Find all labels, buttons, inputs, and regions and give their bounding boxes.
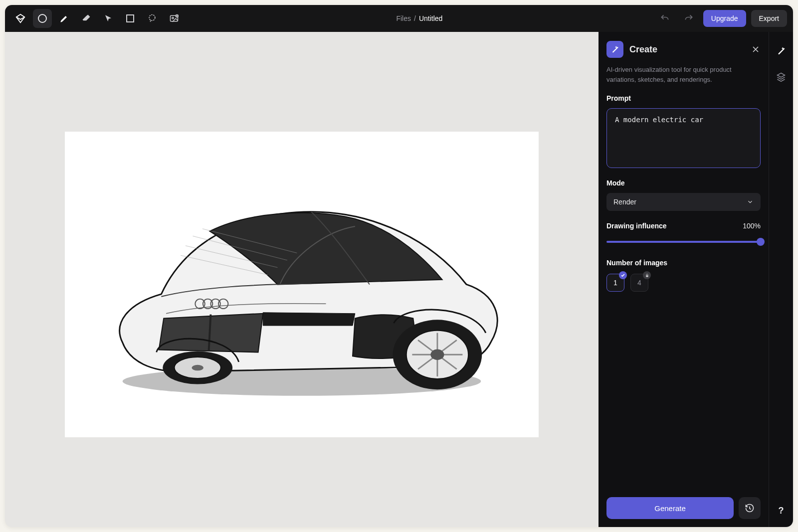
mode-value: Render (613, 198, 636, 206)
svg-rect-26 (646, 275, 648, 277)
app-logo[interactable] (11, 9, 30, 28)
pointer-tool[interactable] (99, 9, 118, 28)
mode-select[interactable]: Render (606, 193, 761, 211)
upgrade-button[interactable]: Upgrade (703, 10, 746, 27)
canvas[interactable]: 图库 (5, 32, 598, 527)
num-images-label: Number of images (606, 259, 761, 267)
image-tool[interactable] (165, 9, 184, 28)
svg-point-2 (149, 15, 155, 21)
eraser-tool[interactable] (77, 9, 96, 28)
panel-description: AI-driven visualization tool for quick p… (606, 65, 761, 84)
svg-point-4 (172, 17, 174, 19)
brush-tool[interactable] (55, 9, 74, 28)
mode-label: Mode (606, 179, 761, 187)
help-button[interactable]: ? (774, 503, 789, 518)
create-panel: Create AI-driven visualization tool for … (598, 32, 769, 527)
svg-point-13 (192, 365, 203, 371)
chevron-down-icon (747, 198, 754, 205)
breadcrumb-root: Files (396, 14, 411, 22)
prompt-label: Prompt (606, 94, 761, 102)
layers-tab[interactable] (773, 69, 789, 85)
canvas-image-frame: 图库 (65, 132, 539, 437)
close-panel-button[interactable] (751, 44, 761, 54)
influence-label: Drawing influence (606, 222, 667, 230)
lock-icon (643, 271, 651, 279)
color-tool[interactable] (33, 9, 52, 28)
breadcrumb-separator: / (414, 14, 416, 22)
breadcrumb[interactable]: Files / Untitled (188, 14, 651, 22)
car-sketch-image: 图库 (84, 159, 520, 410)
magic-wand-icon (606, 41, 623, 58)
num-images-option-4[interactable]: 4 (630, 274, 648, 292)
num-images-option-1[interactable]: 1 (606, 274, 624, 292)
check-icon (619, 271, 627, 279)
rectangle-tool[interactable] (121, 9, 140, 28)
svg-rect-1 (127, 15, 134, 22)
top-toolbar: Files / Untitled Upgrade Export (5, 5, 793, 32)
export-button[interactable]: Export (751, 10, 787, 27)
generate-button[interactable]: Generate (606, 497, 734, 519)
ai-tools-tab[interactable] (773, 43, 789, 59)
panel-title: Create (629, 44, 745, 55)
svg-point-0 (38, 14, 46, 22)
prompt-input[interactable] (606, 108, 761, 168)
influence-value: 100% (743, 222, 761, 230)
lasso-tool[interactable] (143, 9, 162, 28)
right-rail: ? (769, 32, 793, 527)
breadcrumb-title: Untitled (419, 14, 442, 22)
redo-button[interactable] (679, 9, 698, 28)
influence-slider[interactable] (606, 236, 761, 248)
history-button[interactable] (739, 497, 761, 519)
svg-point-20 (430, 350, 444, 360)
undo-button[interactable] (655, 9, 674, 28)
